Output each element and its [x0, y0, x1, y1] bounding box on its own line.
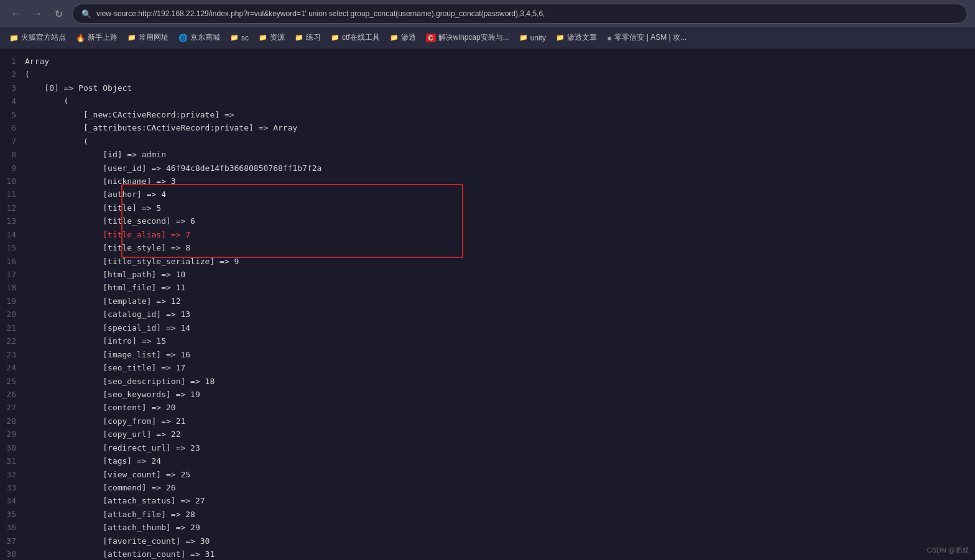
globe-icon: 🌐 [178, 34, 188, 42]
bookmark-label: 资源 [270, 32, 285, 43]
line-number: 4 [6, 94, 25, 108]
line-number: 2 [6, 68, 25, 81]
fire-icon: 🔥 [76, 34, 85, 42]
bookmark-winpcap[interactable]: C 解决winpcap安装与... [422, 30, 514, 45]
search-icon: 🔍 [81, 9, 91, 19]
code-line-11: 11 [author] => 4 [6, 188, 975, 201]
content-area: 1Array2(3 [0] => Post Object4 (5 [_new:C… [0, 48, 975, 560]
address-text: view-source:http://192.168.22.129/index.… [96, 9, 545, 18]
line-content: [title_style] => 8 [25, 241, 190, 254]
line-number: 34 [6, 494, 25, 507]
line-number: 35 [6, 508, 25, 521]
code-line-34: 34 [attach_status] => 27 [6, 494, 975, 507]
code-line-2: 2( [6, 68, 975, 81]
line-content: [copy_url] => 22 [25, 428, 180, 441]
line-content: [html_file] => 11 [25, 281, 185, 294]
line-content: [title] => 5 [25, 201, 161, 214]
line-number: 38 [6, 548, 25, 560]
line-number: 17 [6, 268, 25, 281]
bookmark-sc[interactable]: 📁 sc [226, 32, 253, 44]
code-line-22: 22 [intro] => 15 [6, 334, 975, 347]
line-number: 26 [6, 388, 25, 401]
line-content: [title_alias] => 7 [25, 228, 190, 241]
back-button[interactable]: ← [7, 5, 25, 22]
bookmark-unity[interactable]: 📁 unity [515, 32, 550, 44]
bookmark-label: 火狐官方站点 [21, 32, 66, 43]
line-content: [copy_from] => 21 [25, 415, 185, 428]
code-line-19: 19 [template] => 12 [6, 295, 975, 308]
nav-buttons: ← → ↻ [7, 5, 67, 22]
forward-button[interactable]: → [29, 5, 46, 22]
line-content: [title_style_serialize] => 9 [25, 255, 239, 268]
bookmark-practice[interactable]: 📁 练习 [290, 30, 325, 45]
code-line-28: 28 [copy_from] => 21 [6, 415, 975, 428]
line-number: 20 [6, 308, 25, 321]
bookmark-label: 渗透文章 [567, 32, 597, 43]
line-content: [favorite_count] => 30 [25, 535, 210, 548]
line-number: 23 [6, 348, 25, 361]
line-content: [html_path] => 10 [25, 268, 185, 281]
code-line-3: 3 [0] => Post Object [6, 81, 975, 94]
line-number: 24 [6, 361, 25, 374]
folder-icon2: 📁 [230, 34, 239, 42]
line-content: [author] => 4 [25, 188, 166, 201]
bookmark-label: 解决winpcap安装与... [438, 32, 509, 43]
reload-button[interactable]: ↻ [50, 5, 67, 22]
code-line-20: 20 [catalog_id] => 13 [6, 308, 975, 321]
bookmark-label: 新手上路 [88, 32, 118, 43]
code-line-33: 33 [commend] => 26 [6, 481, 975, 494]
code-line-30: 30 [redirect_url] => 23 [6, 441, 975, 454]
code-line-26: 26 [seo_keywords] => 19 [6, 388, 975, 401]
line-number: 32 [6, 468, 25, 481]
line-number: 14 [6, 228, 25, 241]
bookmark-foxofficial[interactable]: 📁 火狐官方站点 [5, 30, 70, 45]
line-content: [intro] => 15 [25, 334, 166, 347]
code-line-38: 38 [attention_count] => 31 [6, 548, 975, 560]
line-content: [redirect_url] => 23 [25, 441, 200, 454]
browser-chrome: ← → ↻ 🔍 view-source:http://192.168.22.12… [0, 0, 975, 48]
bookmark-pentest[interactable]: 📁 渗透 [386, 30, 420, 45]
line-content: [image_list] => 16 [25, 348, 190, 361]
code-line-37: 37 [favorite_count] => 30 [6, 535, 975, 548]
line-number: 13 [6, 214, 25, 227]
code-line-6: 6 [_attributes:CActiveRecord:private] =>… [6, 121, 975, 134]
address-bar[interactable]: 🔍 view-source:http://192.168.22.129/inde… [72, 4, 968, 24]
code-line-32: 32 [view_count] => 25 [6, 468, 975, 481]
bookmark-label: 零零信安 | ASM | 攻... [614, 32, 686, 43]
watermark: CSDN @肥成 [927, 546, 969, 555]
bookmark-pentest-articles[interactable]: 📁 渗透文章 [552, 30, 601, 45]
line-number: 29 [6, 428, 25, 441]
code-line-4: 4 ( [6, 94, 975, 108]
line-number: 3 [6, 81, 25, 94]
line-content: ( [25, 68, 30, 81]
line-content: [seo_title] => 17 [25, 361, 185, 374]
bookmark-newbie[interactable]: 🔥 新手上路 [72, 30, 122, 45]
folder-icon: 📁 [127, 34, 136, 42]
code-line-24: 24 [seo_title] => 17 [6, 361, 975, 374]
bookmark-ctf[interactable]: 📁 ctf在线工具 [326, 30, 384, 45]
line-number: 12 [6, 201, 25, 214]
line-number: 16 [6, 255, 25, 268]
bookmark-zero[interactable]: ● 零零信安 | ASM | 攻... [603, 30, 691, 45]
bookmark-jd[interactable]: 🌐 京东商城 [174, 30, 224, 45]
line-content: [_attributes:CActiveRecord:private] => A… [25, 121, 297, 134]
line-number: 25 [6, 375, 25, 388]
bookmark-label: 渗透 [401, 32, 416, 43]
code-line-23: 23 [image_list] => 16 [6, 348, 975, 361]
line-number: 21 [6, 321, 25, 334]
line-content: [tags] => 24 [25, 454, 161, 467]
circle-icon: ● [607, 33, 612, 43]
line-content: ( [25, 135, 88, 148]
folder-icon5: 📁 [331, 34, 340, 42]
line-number: 22 [6, 334, 25, 347]
code-line-17: 17 [html_path] => 10 [6, 268, 975, 281]
code-line-16: 16 [title_style_serialize] => 9 [6, 255, 975, 268]
line-content: [user_id] => 46f94c8de14fb36680850768ff1… [25, 162, 321, 175]
line-content: [content] => 20 [25, 401, 176, 414]
line-number: 5 [6, 108, 25, 121]
bookmark-common[interactable]: 📁 常用网址 [123, 30, 173, 45]
line-number: 11 [6, 188, 25, 201]
line-number: 6 [6, 121, 25, 134]
bookmark-resources[interactable]: 📁 资源 [254, 30, 289, 45]
bookmark-label: 京东商城 [190, 32, 220, 43]
